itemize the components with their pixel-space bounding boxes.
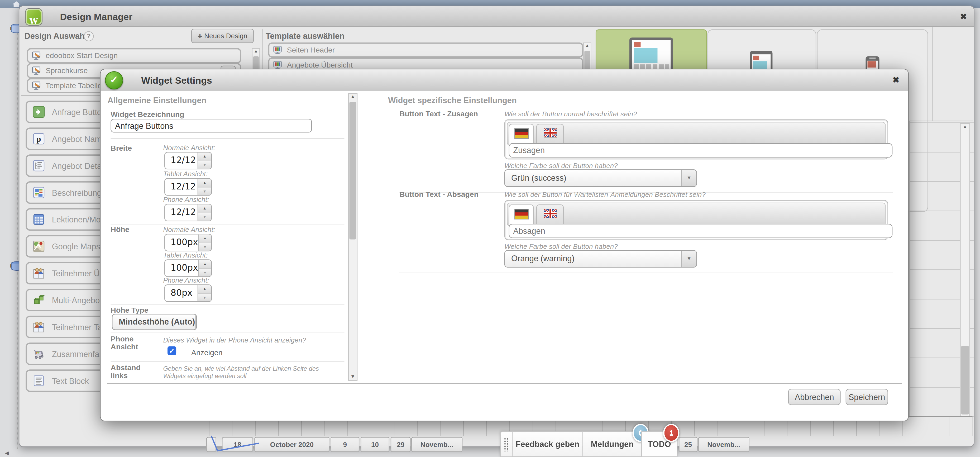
timeline-zigzag [210,435,291,453]
todo-count-badge: 1 [663,424,679,442]
modal-titlebar[interactable]: ✓ Widget Settings ✖ [100,69,908,91]
date-cell[interactable]: Novemb... [411,437,463,452]
breite-label: Breite [111,144,132,153]
stepper-up-icon[interactable]: ▲ [198,179,211,187]
tab-todo[interactable]: TODO 1 [641,432,678,457]
absagen-text-input[interactable] [509,224,892,238]
stepper-down-icon[interactable]: ▼ [198,213,211,221]
date-cell[interactable]: Novemb... [698,437,749,452]
hoehe-type-select[interactable]: Mindesthöhe (Auto) ▼ [112,314,197,330]
scroll-up-icon[interactable]: ▲ [961,124,969,129]
stepper-value[interactable]: 12/12 [165,204,197,221]
uk-flag-icon [543,128,557,138]
stepper-value[interactable]: 100px [165,234,198,251]
widget-item-label: Angebot Detail [52,161,105,170]
breite-phone-label: Phone Ansicht: [163,196,209,203]
stepper-down-icon[interactable]: ▼ [199,243,211,251]
text-doc-icon [32,374,45,387]
design-monitor-icon [32,81,41,91]
stepper-up-icon[interactable]: ▲ [199,234,211,243]
window-titlebar[interactable]: W Design Manager ✖ [19,6,974,27]
zusagen-text-input[interactable] [509,143,892,158]
scrollbar-thumb[interactable] [349,102,356,239]
scrollbar-thumb[interactable] [961,346,969,414]
schedule-scrollbar[interactable]: ▲ [960,123,970,417]
breite-normal-stepper[interactable]: 12/12 ▲▼ [164,152,212,169]
map-pin-icon [32,240,45,253]
stepper-down-icon[interactable]: ▼ [198,187,211,195]
background-tree-line [18,24,18,449]
tab-feedback[interactable]: Feedback geben [512,432,582,457]
layout-icon [32,186,45,199]
zusagen-color-select[interactable]: Grün (success) ▼ [504,169,697,187]
modal-close-icon[interactable]: ✖ [892,75,900,84]
stepper-value[interactable]: 12/12 [165,179,197,195]
hoehe-phone-stepper[interactable]: 80px ▲▼ [164,285,212,302]
stepper-value[interactable]: 12/12 [165,153,197,169]
tabbar-drag-handle[interactable] [500,432,512,457]
horizontal-scroll-left-arrow[interactable]: ◄ [4,449,10,456]
date-cell[interactable]: 10 [361,437,389,452]
anzeigen-checkbox[interactable]: ✓ [167,346,176,355]
stepper-value[interactable]: 80px [165,285,197,301]
widget-name-label: Widget Bezeichnung [111,110,184,119]
scroll-down-icon[interactable]: ▼ [349,374,357,379]
hoehe-normal-stepper[interactable]: 100px ▲▼ [164,234,212,251]
new-design-button[interactable]: ✚ Neues Design [191,29,254,43]
design-item-label: Sprachkurse [46,66,88,75]
new-design-label: Neues Design [204,32,247,39]
hoehe-tablet-stepper[interactable]: 100px ▲▼ [164,260,212,277]
template-item[interactable]: Seiten Header [268,43,583,57]
absagen-color-question: Welche Farbe soll der Button haben? [504,242,618,250]
hoehe-label: Höhe [111,225,129,234]
date-cell[interactable]: 25 [679,437,697,452]
widget-item-label: Google Maps [52,242,100,251]
design-item-label: Template Tabelle [46,81,102,90]
date-cell[interactable]: 9 [331,437,359,452]
breite-phone-stepper[interactable]: 12/12 ▲▼ [164,204,212,221]
tab-label: Feedback geben [516,439,579,449]
zusagen-color-question: Welche Farbe soll der Button haben? [504,162,618,169]
zusagen-label: Button Text - Zusagen [399,110,478,118]
breite-tablet-stepper[interactable]: 12/12 ▲▼ [164,178,212,196]
absagen-label: Button Text - Absagen [399,190,479,199]
abstand-links-label: Abstand links [111,364,154,380]
svg-text:p: p [37,135,41,143]
bottom-tabbar: Feedback geben Meldungen 0 TODO 1 [500,432,678,457]
window-close-icon[interactable]: ✖ [960,12,967,21]
help-icon[interactable]: ? [84,31,94,41]
breite-normal-label: Normale Ansicht: [163,144,215,151]
window-title: Design Manager [60,11,132,22]
modal-left-scrollbar[interactable]: ▲ ▼ [348,93,358,381]
date-cell[interactable]: 29 [391,437,411,452]
stepper-up-icon[interactable]: ▲ [199,260,211,269]
chevron-down-icon[interactable]: ▼ [681,251,696,267]
select-value: Orange (warning) [505,251,681,267]
tab-meldungen[interactable]: Meldungen 0 [582,432,641,457]
abstand-links-description: Geben Sie an, wie viel Abstand auf der L… [163,365,333,380]
plus-icon: ✚ [197,33,202,40]
scroll-up-icon[interactable]: ▲ [253,49,259,53]
save-button[interactable]: Speichern [846,389,888,405]
widget-name-input[interactable] [111,119,312,132]
hoehe-normal-label: Normale Ansicht: [163,226,215,233]
absagen-color-select[interactable]: Orange (warning) ▼ [504,250,697,268]
tab-language-en[interactable] [536,204,564,226]
cancel-button[interactable]: Abbrechen [788,389,841,405]
chevron-down-icon[interactable]: ▼ [195,315,197,330]
german-flag-icon [514,209,528,219]
stepper-up-icon[interactable]: ▲ [198,204,211,213]
scroll-up-icon[interactable]: ▲ [349,94,357,99]
stepper-down-icon[interactable]: ▼ [199,269,211,277]
template-item-label: Seiten Header [287,46,335,54]
stepper-value[interactable]: 100px [165,260,198,277]
scroll-up-icon[interactable]: ▲ [584,43,591,48]
stepper-up-icon[interactable]: ▲ [198,285,211,293]
stepper-down-icon[interactable]: ▼ [198,293,211,301]
absagen-question: Wie soll der Button für Wartelisten-Anme… [504,191,706,198]
stepper-up-icon[interactable]: ▲ [198,153,211,161]
stepper-down-icon[interactable]: ▼ [198,161,211,169]
tab-language-en[interactable] [536,124,564,145]
design-item[interactable]: edoobox Start Design [27,48,241,63]
chevron-down-icon[interactable]: ▼ [681,170,696,186]
